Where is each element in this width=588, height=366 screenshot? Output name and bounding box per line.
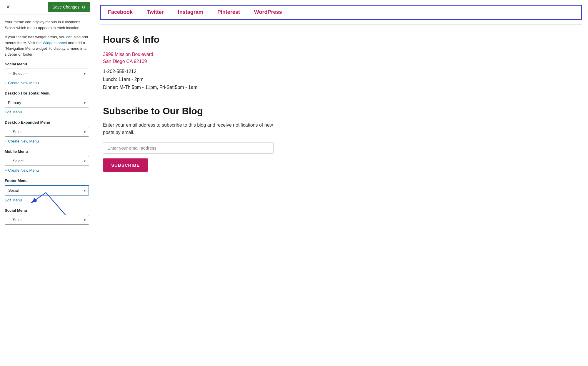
save-changes-button[interactable]: Save Changes ⚙ — [48, 2, 90, 12]
social-menu-2-select-wrapper: — Select — — [5, 215, 89, 225]
nav-wordpress[interactable]: WordPress — [254, 9, 282, 15]
social-menu-section: Social Menu — Select — + Create New Menu — [5, 62, 89, 86]
main-content: Hours & Info 3999 Mission Boulevard, San… — [94, 27, 588, 179]
description-text-1: Your theme can display menus in 6 locati… — [5, 19, 89, 31]
right-panel: Facebook Twitter Instagram Pinterest Wor… — [94, 0, 588, 366]
nav-twitter[interactable]: Twitter — [147, 9, 164, 15]
lunch-text: Lunch: 11am - 2pm — [103, 75, 579, 83]
hours-title: Hours & Info — [103, 34, 579, 45]
desktop-horizontal-label: Desktop Horizontal Menu — [5, 91, 89, 95]
subscribe-title: Subscribe to Our Blog — [103, 106, 579, 117]
social-menu-select[interactable]: — Select — — [5, 69, 89, 78]
desktop-horizontal-section: Desktop Horizontal Menu Primary — Select… — [5, 91, 89, 115]
email-input[interactable] — [103, 142, 274, 154]
phone-text: 1-202-555-1212 — [103, 67, 579, 75]
desktop-horizontal-select[interactable]: Primary — Select — — [5, 98, 89, 107]
nav-instagram[interactable]: Instagram — [178, 9, 203, 15]
desktop-expanded-create-btn[interactable]: + Create New Menu — [5, 139, 39, 143]
dinner-text: Dinner: M-Th 5pm - 11pm, Fri-Sat:5pm - 1… — [103, 83, 579, 91]
close-button[interactable]: ✕ — [4, 3, 13, 11]
nav-facebook[interactable]: Facebook — [108, 9, 133, 15]
divider — [100, 24, 582, 25]
social-menu-2-select[interactable]: — Select — — [5, 215, 89, 225]
social-menu-select-wrapper: — Select — — [5, 69, 89, 78]
address-link[interactable]: 3999 Mission Boulevard, San Diego CA 921… — [103, 51, 579, 65]
nav-pinterest[interactable]: Pinterest — [217, 9, 240, 15]
mobile-menu-section: Mobile Menu — Select — + Create New Menu — [5, 149, 89, 174]
save-label: Save Changes — [52, 5, 79, 9]
mobile-menu-label: Mobile Menu — [5, 149, 89, 154]
mobile-menu-create-btn[interactable]: + Create New Menu — [5, 168, 39, 173]
widgets-panel-link[interactable]: Widgets panel — [43, 41, 67, 45]
mobile-menu-select[interactable]: — Select — — [5, 156, 89, 166]
footer-menu-select[interactable]: Social — Select — Primary — [5, 185, 89, 196]
mobile-menu-select-wrapper: — Select — — [5, 156, 89, 166]
footer-menu-edit-btn[interactable]: Edit Menu — [5, 198, 22, 202]
address-line2: San Diego CA 92109 — [103, 59, 147, 64]
subscribe-description: Enter your email address to subscribe to… — [103, 121, 274, 136]
description-text-2: If your theme has widget areas, you can … — [5, 34, 89, 57]
desktop-expanded-label: Desktop Expanded Menu — [5, 120, 89, 125]
subscribe-section: Subscribe to Our Blog Enter your email a… — [103, 106, 579, 172]
desktop-horizontal-select-wrapper: Primary — Select — — [5, 98, 89, 107]
footer-menu-section: Footer Menu Social — Select — Primary — [5, 178, 89, 203]
left-panel: ✕ Save Changes ⚙ Your theme can display … — [0, 0, 94, 366]
desktop-expanded-select-wrapper: — Select — — [5, 127, 89, 137]
subscribe-button[interactable]: SUBSCRIBE — [103, 158, 148, 172]
address-line1: 3999 Mission Boulevard, — [103, 52, 154, 57]
social-nav-bar: Facebook Twitter Instagram Pinterest Wor… — [100, 5, 582, 20]
panel-content: Your theme can display menus in 6 locati… — [0, 14, 94, 366]
footer-menu-select-wrapper: Social — Select — Primary — [5, 185, 89, 196]
social-menu-2-label: Social Menu — [5, 208, 89, 213]
top-bar: ✕ Save Changes ⚙ — [0, 0, 94, 14]
social-menu-2-section: Social Menu — Select — — [5, 208, 89, 225]
social-menu-create-btn[interactable]: + Create New Menu — [5, 81, 39, 85]
desktop-expanded-section: Desktop Expanded Menu — Select — + Creat… — [5, 120, 89, 145]
social-menu-label: Social Menu — [5, 62, 89, 66]
footer-menu-label: Footer Menu — [5, 178, 89, 183]
desktop-horizontal-edit-btn[interactable]: Edit Menu — [5, 110, 22, 114]
gear-icon: ⚙ — [82, 5, 86, 9]
desktop-expanded-select[interactable]: — Select — — [5, 127, 89, 137]
